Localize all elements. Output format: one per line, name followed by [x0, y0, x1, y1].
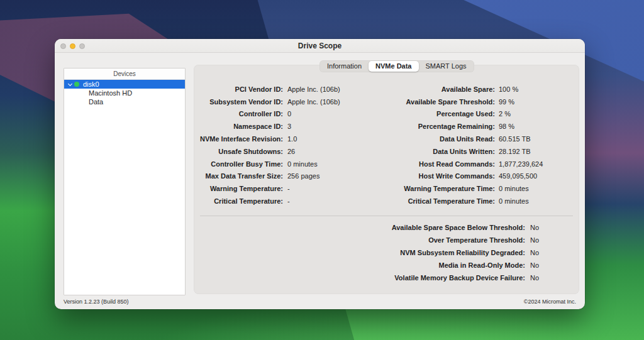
kv-value: -: [287, 197, 290, 205]
kv-row: Percentage Used:2 %: [390, 108, 579, 121]
kv-label: Critical Temperature:: [194, 197, 283, 205]
window-footer: Version 1.2.23 (Build 850) ©2024 Microma…: [64, 294, 576, 309]
tab-nvme-data[interactable]: NVMe Data: [369, 61, 418, 72]
kv-row: NVM Subsystem Reliability Degraded:No: [194, 246, 579, 259]
kv-label: Critical Temperature Time:: [390, 197, 495, 205]
kv-label: Available Spare:: [390, 85, 495, 93]
kv-row: Unsafe Shutdowns:26: [194, 145, 390, 158]
devices-header: Devices: [64, 69, 185, 80]
device-row-data[interactable]: Data: [64, 97, 185, 106]
kv-label: Warning Temperature Time:: [390, 185, 495, 192]
kv-row: Max Data Transfer Size:256 pages: [194, 170, 390, 183]
kv-row: Namespace ID:3: [194, 120, 390, 133]
kv-row: Percentage Remaining:98 %: [390, 120, 579, 133]
kv-row: Controller ID:0: [194, 108, 390, 121]
kv-value: 0 minutes: [499, 185, 529, 192]
kv-row: Critical Temperature:-: [194, 195, 390, 207]
kv-label: Max Data Transfer Size:: [194, 172, 283, 180]
kv-value: No: [530, 274, 539, 282]
kv-label: Media in Read-Only Mode:: [194, 261, 525, 269]
kv-label: Warning Temperature:: [194, 185, 283, 192]
kv-label: PCI Vendor ID:: [194, 85, 283, 93]
kv-row: Host Write Commands:459,095,500: [390, 170, 579, 183]
kv-value: No: [530, 224, 539, 231]
devices-panel: Devices disk0Macintosh HDData: [64, 68, 186, 295]
status-dot-icon: [74, 82, 79, 87]
kv-row: Host Read Commands:1,877,239,624: [390, 158, 579, 170]
kv-label: Namespace ID:: [194, 123, 283, 130]
kv-value: Apple Inc. (106b): [287, 98, 340, 106]
kv-row: Media in Read-Only Mode:No: [194, 259, 579, 271]
nvme-columns: PCI Vendor ID:Apple Inc. (106b)Subsystem…: [194, 65, 579, 207]
tab-control: InformationNVMe DataSMART Logs: [319, 60, 474, 72]
nvme-status-rows: Available Spare Space Below Threshold:No…: [194, 216, 579, 284]
kv-value: 60.515 TB: [499, 135, 531, 143]
window-title: Drive Scope: [55, 41, 585, 50]
kv-value: 99 %: [499, 98, 514, 106]
kv-row: PCI Vendor ID:Apple Inc. (106b): [194, 83, 390, 96]
kv-value: 0 minutes: [287, 160, 318, 168]
kv-value: 459,095,500: [499, 172, 537, 180]
kv-label: Available Spare Threshold:: [390, 98, 495, 106]
kv-row: Data Units Written:28.192 TB: [390, 145, 579, 158]
kv-value: No: [530, 249, 539, 256]
kv-label: NVMe Interface Revision:: [194, 135, 283, 143]
kv-row: Available Spare:100 %: [390, 83, 579, 96]
kv-label: NVM Subsystem Reliability Degraded:: [194, 249, 525, 256]
desktop-wallpaper: Drive Scope InformationNVMe DataSMART Lo…: [0, 0, 644, 340]
kv-value: 1,877,239,624: [499, 160, 543, 168]
kv-row: Volatile Memory Backup Device Failure:No: [194, 271, 579, 284]
kv-label: Available Spare Space Below Threshold:: [194, 224, 525, 231]
nvme-data-panel: PCI Vendor ID:Apple Inc. (106b)Subsystem…: [194, 65, 579, 294]
kv-value: 98 %: [499, 123, 514, 130]
kv-row: Over Temperature Threshold:No: [194, 234, 579, 246]
kv-value: No: [530, 236, 539, 244]
kv-label: Unsafe Shutdowns:: [194, 148, 283, 155]
kv-row: Subsystem Vendor ID:Apple Inc. (106b): [194, 96, 390, 108]
version-label: Version 1.2.23 (Build 850): [64, 299, 129, 305]
app-window: Drive Scope InformationNVMe DataSMART Lo…: [55, 39, 585, 309]
kv-label: Host Read Commands:: [390, 160, 495, 168]
kv-value: -: [287, 185, 290, 192]
kv-value: 0 minutes: [499, 197, 529, 205]
kv-label: Percentage Used:: [390, 110, 495, 118]
kv-value: 28.192 TB: [499, 148, 531, 155]
device-label: disk0: [83, 80, 99, 88]
kv-row: Available Spare Threshold:99 %: [390, 96, 579, 108]
kv-row: Warning Temperature Time:0 minutes: [390, 182, 579, 195]
kv-value: 0: [287, 110, 291, 118]
device-label: Data: [89, 98, 103, 106]
kv-value: 100 %: [499, 85, 518, 93]
device-row-macintosh-hd[interactable]: Macintosh HD: [64, 89, 185, 97]
kv-label: Over Temperature Threshold:: [194, 236, 525, 244]
kv-row: Critical Temperature Time:0 minutes: [390, 195, 579, 207]
kv-row: Data Units Read:60.515 TB: [390, 133, 579, 145]
kv-row: Controller Busy Time:0 minutes: [194, 158, 390, 170]
kv-row: Warning Temperature:-: [194, 182, 390, 195]
kv-value: 1.0: [287, 135, 297, 143]
kv-value: Apple Inc. (106b): [287, 85, 340, 93]
kv-value: 2 %: [499, 110, 511, 118]
kv-label: Controller Busy Time:: [194, 160, 283, 168]
device-list: disk0Macintosh HDData: [64, 80, 185, 106]
kv-label: Volatile Memory Backup Device Failure:: [194, 274, 525, 282]
device-row-disk0[interactable]: disk0: [64, 80, 185, 89]
window-titlebar[interactable]: Drive Scope: [55, 39, 585, 53]
kv-label: Data Units Read:: [390, 135, 495, 143]
tab-information[interactable]: Information: [320, 61, 369, 72]
kv-value: 3: [287, 123, 291, 130]
copyright-label: ©2024 Micromat Inc.: [524, 299, 576, 305]
kv-label: Percentage Remaining:: [390, 123, 495, 130]
kv-row: Available Spare Space Below Threshold:No: [194, 221, 579, 234]
kv-label: Data Units Written:: [390, 148, 495, 155]
nvme-right-column: Available Spare:100 %Available Spare Thr…: [390, 83, 579, 207]
device-label: Macintosh HD: [89, 89, 132, 97]
tab-smart-logs[interactable]: SMART Logs: [419, 61, 474, 72]
kv-label: Subsystem Vendor ID:: [194, 98, 283, 106]
chevron-down-icon[interactable]: [68, 81, 72, 85]
nvme-left-column: PCI Vendor ID:Apple Inc. (106b)Subsystem…: [194, 83, 390, 207]
kv-row: NVMe Interface Revision:1.0: [194, 133, 390, 145]
kv-value: 256 pages: [287, 172, 319, 180]
kv-label: Host Write Commands:: [390, 172, 495, 180]
kv-value: 26: [287, 148, 295, 155]
